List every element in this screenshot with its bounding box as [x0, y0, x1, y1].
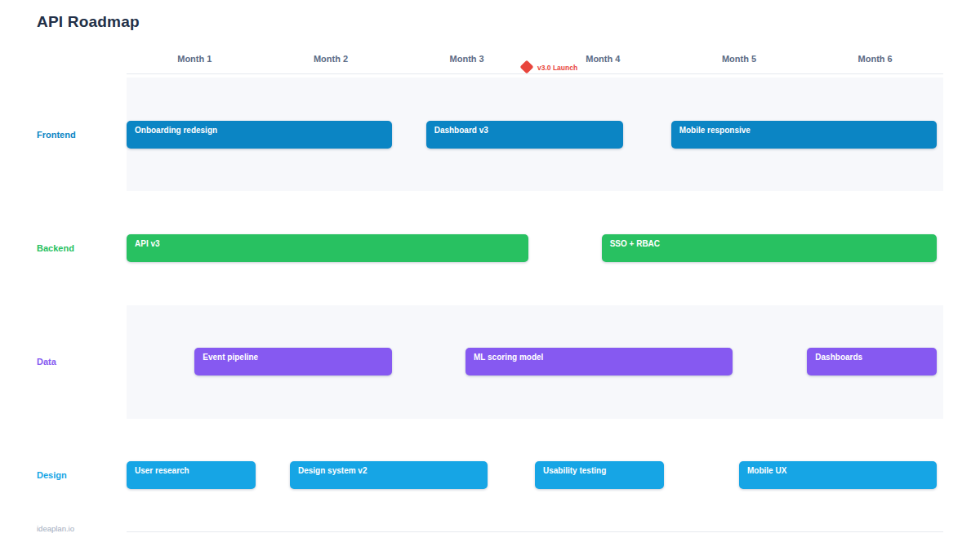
- timeline-axis-line: [127, 73, 943, 74]
- lanes-container: FrontendOnboarding redesignDashboard v3M…: [0, 78, 980, 532]
- month-label: Month 3: [399, 54, 535, 64]
- brand-footer: ideaplan.io: [37, 524, 74, 533]
- page-title: API Roadmap: [37, 13, 140, 31]
- roadmap-page: API Roadmap Month 1Month 2Month 3Month 4…: [0, 0, 980, 551]
- task-bar[interactable]: ML scoring model: [466, 348, 733, 375]
- task-bar[interactable]: Event pipeline: [194, 348, 392, 375]
- footer-divider-line: [127, 531, 943, 532]
- lane-label-backend: Backend: [37, 243, 74, 253]
- lane-row-backend: BackendAPI v3SSO + RBAC: [0, 191, 980, 304]
- month-label: Month 5: [671, 54, 808, 64]
- task-bar[interactable]: Design system v2: [290, 461, 488, 489]
- task-bar[interactable]: API v3: [127, 234, 528, 262]
- task-bar[interactable]: Dashboard v3: [426, 121, 624, 149]
- task-bar[interactable]: Dashboards: [807, 348, 936, 375]
- lane-label-data: Data: [37, 357, 56, 367]
- lane-row-data: DataEvent pipelineML scoring modelDashbo…: [0, 305, 980, 419]
- milestone-label: v3.0 Launch: [537, 64, 577, 72]
- task-bar[interactable]: User research: [127, 461, 256, 489]
- lane-row-design: DesignUser researchDesign system v2Usabi…: [0, 419, 980, 532]
- task-bar[interactable]: Onboarding redesign: [127, 121, 392, 149]
- month-label: Month 1: [127, 54, 263, 64]
- month-label: Month 2: [263, 54, 399, 64]
- lane-row-frontend: FrontendOnboarding redesignDashboard v3M…: [0, 78, 980, 191]
- lane-label-design: Design: [37, 470, 67, 480]
- task-bar[interactable]: Mobile responsive: [671, 121, 937, 149]
- month-label: Month 4: [535, 54, 671, 64]
- task-bar[interactable]: Mobile UX: [739, 461, 937, 489]
- month-label: Month 6: [807, 54, 943, 64]
- task-bar[interactable]: SSO + RBAC: [602, 234, 937, 262]
- task-bar[interactable]: Usability testing: [535, 461, 664, 489]
- lane-label-frontend: Frontend: [37, 130, 76, 140]
